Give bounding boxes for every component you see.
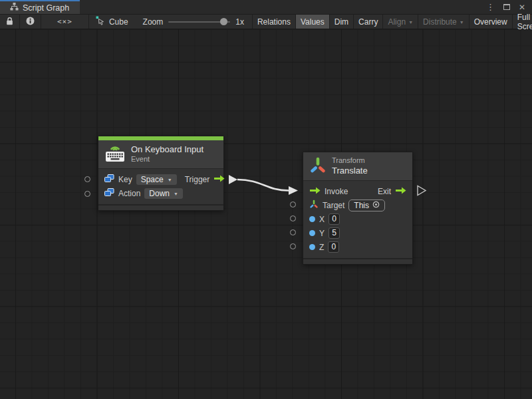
info-icon bbox=[26, 17, 35, 27]
y-value-field[interactable]: 5 bbox=[329, 227, 340, 239]
trigger-output-port[interactable] bbox=[213, 175, 225, 184]
z-external-port[interactable] bbox=[290, 243, 296, 249]
zoom-slider[interactable] bbox=[168, 21, 230, 23]
chevron-down-icon: ▼ bbox=[168, 178, 172, 182]
graph-target[interactable]: Cube bbox=[89, 15, 135, 29]
exit-flow-triangle[interactable] bbox=[418, 186, 426, 196]
tab-title: Script Graph bbox=[23, 3, 69, 13]
node-footer bbox=[303, 258, 412, 264]
carry-label: Carry bbox=[358, 17, 378, 27]
node-footer bbox=[98, 204, 223, 210]
target-value-chip[interactable]: This bbox=[348, 200, 385, 211]
invoke-input-port[interactable] bbox=[309, 187, 321, 196]
action-dropdown-value: Down bbox=[149, 189, 170, 198]
toolbar-buttons: Relations Values Dim Carry Align ▼ Distr… bbox=[252, 15, 532, 29]
relations-label: Relations bbox=[257, 17, 291, 27]
y-port-label: Y bbox=[319, 229, 325, 238]
invoke-exit-row: Invoke Exit bbox=[303, 184, 412, 198]
z-port-label: Z bbox=[319, 243, 324, 252]
x-port-row: X 0 bbox=[303, 212, 412, 226]
node-header-text: Transform Translate bbox=[332, 156, 368, 176]
values-label: Values bbox=[301, 17, 325, 27]
action-port-row: Action Down ▼ bbox=[98, 186, 223, 200]
x-external-port[interactable] bbox=[290, 215, 296, 221]
fullscreen-label: Full Screen bbox=[517, 13, 532, 31]
target-port-label: Target bbox=[323, 201, 344, 210]
value-port-icon[interactable] bbox=[309, 216, 315, 222]
distribute-button[interactable]: Distribute ▼ bbox=[418, 15, 469, 29]
z-value-field[interactable]: 0 bbox=[328, 241, 339, 253]
lock-button[interactable] bbox=[0, 15, 20, 29]
action-external-port[interactable] bbox=[84, 191, 90, 197]
values-button[interactable]: Values bbox=[295, 15, 329, 29]
literal-icon bbox=[104, 188, 114, 199]
code-view-button[interactable]: <×> bbox=[41, 15, 89, 29]
x-value-field[interactable]: 0 bbox=[329, 213, 340, 225]
target-picker-icon bbox=[372, 201, 380, 210]
node-on-keyboard-input[interactable]: On Keyboard Input Event Key Space ▼ bbox=[98, 136, 224, 211]
value-port-icon[interactable] bbox=[309, 230, 315, 236]
tab-script-graph[interactable]: Script Graph bbox=[0, 0, 80, 14]
action-dropdown[interactable]: Down ▼ bbox=[144, 188, 183, 199]
node-subtitle: Event bbox=[131, 155, 203, 164]
transform-icon bbox=[310, 156, 326, 176]
keyboard-event-icon bbox=[105, 144, 125, 164]
overview-button[interactable]: Overview bbox=[469, 15, 512, 29]
action-port-label: Action bbox=[118, 189, 140, 198]
node-header-text: On Keyboard Input Event bbox=[131, 144, 203, 164]
target-port-row: Target This bbox=[303, 198, 412, 212]
tab-bar: Script Graph ⋮ ✕ bbox=[0, 0, 532, 14]
key-port-label: Key bbox=[118, 175, 132, 184]
chevron-down-icon: ▼ bbox=[174, 192, 178, 196]
z-port-row: Z 0 bbox=[303, 240, 412, 254]
align-button[interactable]: Align ▼ bbox=[382, 15, 418, 29]
invoke-port-label: Invoke bbox=[325, 187, 348, 196]
node-title: On Keyboard Input bbox=[131, 144, 203, 155]
connection-layer bbox=[0, 29, 532, 399]
dim-button[interactable]: Dim bbox=[329, 15, 353, 29]
zoom-value: 1x bbox=[235, 17, 244, 27]
trigger-source-arrow[interactable] bbox=[229, 175, 237, 184]
chevron-down-icon: ▼ bbox=[408, 20, 413, 25]
key-external-port[interactable] bbox=[84, 176, 90, 182]
dim-label: Dim bbox=[334, 17, 348, 27]
connection-wire[interactable] bbox=[237, 180, 289, 191]
more-menu-icon[interactable]: ⋮ bbox=[486, 3, 495, 11]
key-dropdown-value: Space bbox=[141, 175, 164, 184]
fullscreen-button[interactable]: Full Screen bbox=[512, 15, 532, 29]
transform-mini-icon bbox=[309, 200, 319, 211]
node-body: Key Space ▼ Trigger bbox=[98, 169, 223, 204]
carry-button[interactable]: Carry bbox=[353, 15, 382, 29]
overview-label: Overview bbox=[474, 17, 507, 27]
connection-arrowhead bbox=[289, 186, 298, 195]
align-label: Align bbox=[388, 17, 406, 27]
zoom-slider-handle[interactable] bbox=[220, 18, 227, 25]
close-icon[interactable]: ✕ bbox=[519, 3, 525, 11]
chevron-down-icon: ▼ bbox=[460, 20, 464, 25]
y-external-port[interactable] bbox=[290, 229, 296, 235]
script-graph-window: Script Graph ⋮ ✕ bbox=[0, 0, 532, 399]
node-title: Translate bbox=[332, 166, 368, 176]
graph-icon bbox=[10, 3, 19, 13]
info-button[interactable] bbox=[20, 15, 41, 29]
maximize-icon[interactable] bbox=[503, 4, 510, 10]
pointer-icon bbox=[96, 16, 105, 27]
graph-canvas[interactable]: On Keyboard Input Event Key Space ▼ bbox=[0, 29, 532, 399]
node-translate[interactable]: Transform Translate Invoke Exit bbox=[303, 152, 413, 265]
literal-icon bbox=[104, 174, 114, 185]
target-external-port[interactable] bbox=[290, 201, 296, 207]
key-port-row: Key Space ▼ Trigger bbox=[98, 172, 223, 186]
node-category: Transform bbox=[332, 156, 368, 166]
target-value: This bbox=[354, 201, 369, 210]
relations-button[interactable]: Relations bbox=[252, 15, 295, 29]
code-icon: <×> bbox=[57, 17, 72, 26]
exit-output-port[interactable] bbox=[395, 187, 406, 196]
graph-target-label: Cube bbox=[109, 17, 128, 27]
exit-port-label: Exit bbox=[378, 187, 391, 196]
node-header: On Keyboard Input Event bbox=[98, 140, 223, 169]
zoom-control: Zoom 1x bbox=[135, 15, 252, 29]
trigger-port-label: Trigger bbox=[185, 175, 210, 184]
value-port-icon[interactable] bbox=[309, 244, 315, 250]
key-dropdown[interactable]: Space ▼ bbox=[136, 174, 177, 185]
node-body: Invoke Exit bbox=[303, 181, 412, 258]
